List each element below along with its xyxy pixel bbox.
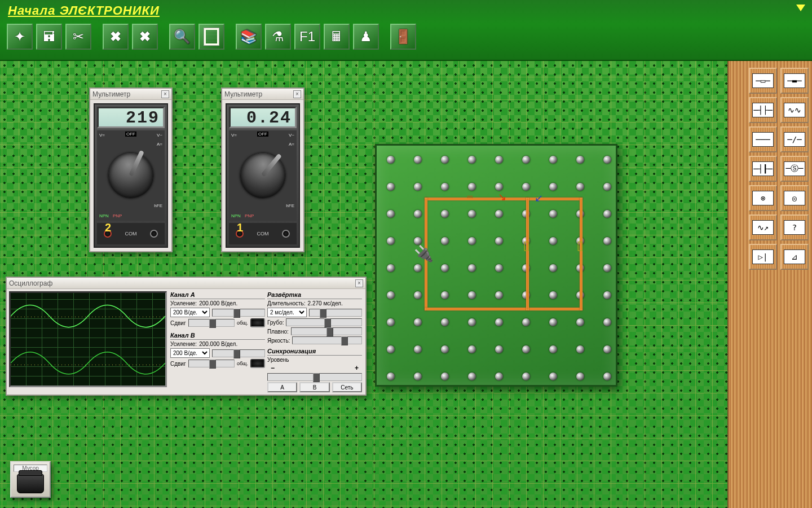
save-button[interactable]: 🖬 [36, 24, 62, 50]
breadboard-hole[interactable] [576, 318, 584, 326]
palette-switch[interactable]: ─/─ [780, 126, 809, 152]
breadboard-hole[interactable] [414, 373, 422, 380]
coarse-slider[interactable] [286, 318, 362, 326]
breadboard-hole[interactable] [549, 156, 557, 164]
breadboard-hole[interactable] [549, 183, 557, 191]
breadboard-hole[interactable] [387, 156, 395, 164]
shift-b-slider[interactable] [188, 360, 235, 367]
breadboard-hole[interactable] [441, 318, 449, 326]
palette-variable[interactable]: ∿↗ [749, 214, 777, 240]
notes-button[interactable] [198, 24, 224, 50]
bb-resistor-1[interactable]: ▭ [520, 240, 535, 252]
palette-capacitor[interactable]: ─┤├─ [749, 97, 777, 123]
dial-area[interactable]: V= V~ A= OFF hFE NPN PNP [229, 130, 297, 221]
close-icon[interactable]: × [293, 90, 301, 98]
breadboard-hole[interactable] [576, 183, 584, 191]
breadboard-hole[interactable] [522, 156, 530, 164]
breadboard-hole[interactable] [441, 373, 449, 380]
breadboard-hole[interactable] [414, 156, 422, 164]
breadboard-hole[interactable] [468, 264, 476, 272]
palette-inductor[interactable]: ∿∿ [780, 97, 809, 123]
close-icon[interactable]: × [355, 279, 363, 287]
breadboard-hole[interactable] [414, 183, 422, 191]
sync-net-button[interactable]: Сеть [332, 382, 362, 392]
trash-bin[interactable]: Мусор [10, 461, 51, 498]
breadboard-hole[interactable] [495, 264, 503, 272]
port-com[interactable] [150, 230, 158, 238]
breadboard-hole[interactable] [603, 373, 611, 380]
breadboard-hole[interactable] [603, 237, 611, 245]
breadboard-hole[interactable] [441, 156, 449, 164]
breadboard-hole[interactable] [576, 156, 584, 164]
breadboard-hole[interactable] [495, 210, 503, 218]
breadboard[interactable]: 🔌 ⎓ ↘ ↙ ▭ ▭ [375, 144, 617, 387]
shift-a-slider[interactable] [188, 319, 235, 327]
window-title[interactable]: Осциллограф × [7, 278, 365, 289]
oscilloscope-window[interactable]: Осциллограф × Канал А Усиление:200.000 В… [6, 277, 367, 396]
bb-switch[interactable]: ⎓ [467, 191, 473, 203]
breadboard-hole[interactable] [468, 373, 476, 380]
breadboard-hole[interactable] [603, 183, 611, 191]
tools-button[interactable]: ✂ [65, 24, 91, 50]
breadboard-hole[interactable] [387, 291, 395, 299]
breadboard-hole[interactable] [576, 345, 584, 353]
breadboard-hole[interactable] [387, 237, 395, 245]
breadboard-hole[interactable] [441, 291, 449, 299]
close-icon[interactable]: × [161, 90, 169, 98]
breadboard-hole[interactable] [387, 183, 395, 191]
bb-probe-2[interactable]: ↙ [535, 192, 543, 204]
breadboard-hole[interactable] [468, 237, 476, 245]
breadboard-hole[interactable] [522, 373, 530, 380]
gain-b-select[interactable]: 200 В/де. [170, 348, 210, 358]
breadboard-hole[interactable] [441, 183, 449, 191]
function-button[interactable]: F1 [294, 24, 320, 50]
breadboard-hole[interactable] [441, 345, 449, 353]
breadboard-hole[interactable] [387, 210, 395, 218]
breadboard-hole[interactable] [603, 156, 611, 164]
breadboard-hole[interactable] [603, 210, 611, 218]
breadboard-hole[interactable] [495, 373, 503, 380]
multimeter-window-2[interactable]: Мультиметр × 219 V= V~ A= OFF hFE NPN PN… [89, 87, 173, 252]
window-title[interactable]: Мультиметр × [90, 89, 171, 100]
rotary-dial[interactable] [101, 146, 161, 205]
sweep-select[interactable]: 2 мс/дел. [267, 308, 307, 317]
port-com[interactable] [282, 230, 290, 238]
sync-level-slider[interactable] [267, 373, 362, 381]
palette-resistor[interactable]: ─▭─ [749, 68, 777, 94]
palette-lamp[interactable]: ⊗ [749, 185, 777, 211]
calculator-button[interactable]: 🖩 [324, 24, 350, 50]
new-project-button[interactable]: ✦ [7, 24, 33, 50]
bb-probe-1[interactable]: ↘ [498, 191, 506, 203]
breadboard-hole[interactable] [495, 183, 503, 191]
library-button[interactable]: 📚 [236, 24, 262, 50]
gain-b-slider[interactable] [212, 349, 265, 357]
breadboard-hole[interactable] [468, 156, 476, 164]
breadboard-hole[interactable] [576, 373, 584, 380]
palette-battery[interactable]: ─┤┠─ [749, 156, 777, 182]
breadboard-hole[interactable] [387, 345, 395, 353]
palette-wire[interactable]: ─── [749, 126, 777, 152]
fine-slider[interactable] [291, 327, 362, 335]
exit-button[interactable]: 🚪 [390, 24, 416, 50]
experiment-button[interactable]: ⚗ [265, 24, 291, 50]
breadboard-hole[interactable] [603, 291, 611, 299]
breadboard-hole[interactable] [549, 210, 557, 218]
window-title[interactable]: Мультиметр × [222, 89, 303, 100]
breadboard-hole[interactable] [441, 237, 449, 245]
breadboard-hole[interactable] [387, 373, 395, 380]
breadboard-hole[interactable] [549, 345, 557, 353]
multimeter-window-1[interactable]: Мультиметр × 0.24 V= V~ A= OFF hFE NPN P… [221, 87, 304, 252]
breadboard-hole[interactable] [414, 318, 422, 326]
zoom-button[interactable]: 🔍 [169, 24, 195, 50]
breadboard-hole[interactable] [495, 156, 503, 164]
sweep-slider[interactable] [309, 309, 362, 317]
bright-slider[interactable] [292, 336, 362, 344]
palette-transistor[interactable]: ⊿ [780, 244, 809, 270]
palette-fuse[interactable]: ─▬─ [780, 68, 809, 94]
breadboard-hole[interactable] [603, 318, 611, 326]
menu-dropdown-icon[interactable] [796, 5, 805, 11]
pieces-button[interactable]: ♟ [353, 24, 379, 50]
breadboard-hole[interactable] [603, 345, 611, 353]
breadboard-hole[interactable] [414, 291, 422, 299]
breadboard-hole[interactable] [468, 210, 476, 218]
